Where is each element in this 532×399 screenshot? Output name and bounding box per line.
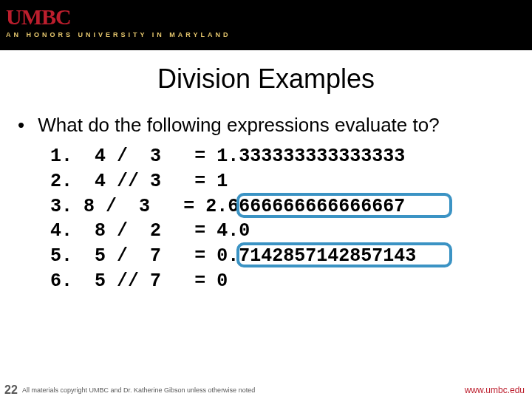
code-block: 1. 4 / 3 = 1.333333333333333 2. 4 // 3 =… <box>50 144 532 294</box>
bullet-icon: • <box>18 114 33 137</box>
prompt-line: • What do the following expressions eval… <box>18 114 532 137</box>
header-bar: UMBC AN HONORS UNIVERSITY IN MARYLAND <box>0 0 532 50</box>
slide-number: 22 <box>0 383 22 397</box>
umbc-logo: UMBC <box>6 4 532 30</box>
code-row: 1. 4 / 3 = 1.333333333333333 <box>50 144 532 169</box>
footer-url: www.umbc.edu <box>465 385 532 395</box>
code-row: 3. 8 / 3 = 2.6666666666666667 <box>50 194 532 219</box>
code-row: 4. 8 / 2 = 4.0 <box>50 219 532 244</box>
footer: 22 All materials copyright UMBC and Dr. … <box>0 381 532 399</box>
tagline: AN HONORS UNIVERSITY IN MARYLAND <box>6 31 532 38</box>
code-row: 2. 4 // 3 = 1 <box>50 169 532 194</box>
copyright-text: All materials copyright UMBC and Dr. Kat… <box>22 386 465 394</box>
slide-title: Division Examples <box>0 64 532 95</box>
code-row: 5. 5 / 7 = 0.7142857142857143 <box>50 244 532 269</box>
code-row: 6. 5 // 7 = 0 <box>50 269 532 294</box>
prompt-text: What do the following expressions evalua… <box>38 114 439 136</box>
